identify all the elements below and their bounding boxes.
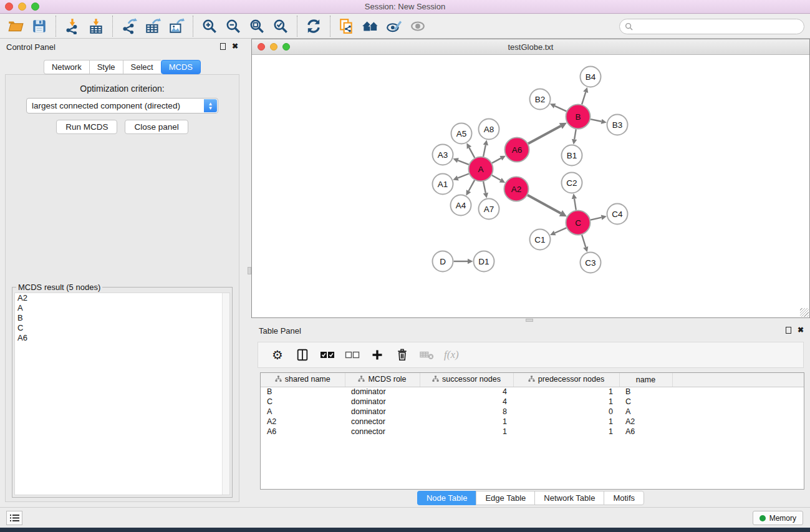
graph-node-C[interactable]: C xyxy=(566,211,591,235)
graph-node-A6[interactable]: A6 xyxy=(505,138,529,162)
float-panel-icon[interactable] xyxy=(220,43,226,50)
graph-node-A7[interactable]: A7 xyxy=(479,199,499,220)
graph-node-D[interactable]: D xyxy=(433,251,453,272)
table-row[interactable]: A6connector11A6 xyxy=(261,427,804,437)
network-graph[interactable]: B4B2BB3A8A5A6A3B1AC2A1A2A4A7C4CC1DD1C3 xyxy=(253,56,809,317)
float-panel-icon[interactable] xyxy=(786,327,791,334)
deselect-all-checkboxes-icon[interactable] xyxy=(344,347,360,363)
table-cell[interactable] xyxy=(672,417,804,427)
graph-edge-A6-B[interactable] xyxy=(528,126,561,143)
mcds-result-item[interactable]: A6 xyxy=(15,333,229,343)
splitter-handle[interactable] xyxy=(526,319,533,322)
graph-node-B[interactable]: B xyxy=(566,105,591,129)
graph-node-B3[interactable]: B3 xyxy=(607,115,628,135)
mcds-result-item[interactable]: A xyxy=(15,303,229,313)
table-row[interactable]: Bdominator41B xyxy=(261,387,804,397)
search-field[interactable] xyxy=(619,19,804,34)
graph-node-B4[interactable]: B4 xyxy=(581,67,601,87)
delete-column-icon[interactable] xyxy=(394,347,410,363)
graph-edge-A-A1[interactable] xyxy=(458,174,469,178)
network-window-titlebar[interactable]: testGlobe.txt xyxy=(252,39,809,55)
graph-edge-A-A7[interactable] xyxy=(483,181,486,193)
table-cell[interactable]: 4 xyxy=(420,397,513,407)
table-row[interactable]: Cdominator41C xyxy=(261,397,804,407)
table-cell[interactable]: dominator xyxy=(345,387,420,397)
table-cell[interactable]: 1 xyxy=(420,427,513,437)
table-cell[interactable]: A2 xyxy=(619,417,672,427)
graph-node-A5[interactable]: A5 xyxy=(451,123,472,144)
zoom-out-icon[interactable] xyxy=(221,16,245,37)
graph-node-A[interactable]: A xyxy=(469,157,493,181)
table-cell[interactable]: A xyxy=(619,407,672,417)
table-cell[interactable] xyxy=(672,427,804,437)
table-cell[interactable]: 1 xyxy=(513,397,619,407)
graph-node-A1[interactable]: A1 xyxy=(433,174,453,195)
export-table-icon[interactable] xyxy=(141,16,165,37)
table-cell[interactable]: A6 xyxy=(619,427,672,437)
column-header-predecessor-nodes[interactable]: predecessor nodes xyxy=(513,373,619,387)
close-panel-button[interactable]: Close panel xyxy=(125,120,188,134)
zoom-fit-icon[interactable] xyxy=(245,16,269,37)
select-all-checkboxes-icon[interactable] xyxy=(319,347,335,363)
tab-network-table[interactable]: Network Table xyxy=(534,491,604,505)
save-session-icon[interactable] xyxy=(27,16,51,37)
column-header-shared-name[interactable]: shared name xyxy=(261,373,345,387)
graph-edge-C-C2[interactable] xyxy=(574,199,576,210)
memory-button[interactable]: Memory xyxy=(753,511,803,525)
import-table-icon[interactable] xyxy=(84,16,108,37)
criterion-select[interactable]: largest connected component (directed) ▲… xyxy=(26,98,218,114)
graph-edge-A2-C[interactable] xyxy=(528,195,561,213)
graph-node-A3[interactable]: A3 xyxy=(433,145,453,165)
table-cell[interactable]: 1 xyxy=(420,417,513,427)
graph-edge-A-A4[interactable] xyxy=(469,180,475,191)
tab-style[interactable]: Style xyxy=(89,60,123,74)
list-scrollbar[interactable] xyxy=(222,293,229,495)
table-cell[interactable]: 1 xyxy=(513,417,619,427)
table-cell[interactable]: C xyxy=(619,397,672,407)
tab-network[interactable]: Network xyxy=(44,60,89,74)
run-mcds-button[interactable]: Run MCDS xyxy=(56,120,117,134)
column-header-name[interactable]: name xyxy=(619,373,672,387)
tab-motifs[interactable]: Motifs xyxy=(604,491,644,505)
resize-grip[interactable] xyxy=(800,308,809,317)
table-cell[interactable]: C xyxy=(261,397,345,407)
export-network-icon[interactable] xyxy=(117,16,141,37)
table-row[interactable]: Adominator80A xyxy=(261,407,804,417)
table-cell[interactable]: connector xyxy=(345,417,420,427)
graph-node-D1[interactable]: D1 xyxy=(474,251,494,272)
tab-mcds[interactable]: MCDS xyxy=(161,60,201,74)
graph-edge-A-A5[interactable] xyxy=(469,148,475,158)
zoom-selected-icon[interactable] xyxy=(269,16,292,37)
import-network-icon[interactable] xyxy=(60,16,84,37)
graph-node-B2[interactable]: B2 xyxy=(530,89,551,110)
table-settings-icon[interactable]: ⚙ xyxy=(269,347,286,363)
mcds-result-item[interactable]: B xyxy=(15,313,229,323)
network-from-file-icon[interactable] xyxy=(335,16,359,37)
mcds-result-item[interactable]: C xyxy=(15,323,229,333)
table-cell[interactable]: dominator xyxy=(345,397,420,407)
split-panel-icon[interactable] xyxy=(294,347,311,363)
home-icon[interactable] xyxy=(359,16,382,37)
table-cell[interactable] xyxy=(672,397,804,407)
table-cell[interactable] xyxy=(672,387,804,397)
mcds-result-list[interactable]: A2ABCA6 xyxy=(14,293,230,495)
add-column-icon[interactable] xyxy=(369,347,385,363)
graph-node-C3[interactable]: C3 xyxy=(581,253,601,273)
network-canvas[interactable]: B4B2BB3A8A5A6A3B1AC2A1A2A4A7C4CC1DD1C3 xyxy=(253,56,809,317)
zoom-in-icon[interactable] xyxy=(198,16,221,37)
graph-edge-C-C1[interactable] xyxy=(555,228,566,233)
table-cell[interactable]: 1 xyxy=(513,387,619,397)
graph-node-C4[interactable]: C4 xyxy=(607,204,628,225)
table-cell[interactable]: A6 xyxy=(261,427,345,437)
graph-node-A8[interactable]: A8 xyxy=(479,119,499,140)
table-cell[interactable]: 0 xyxy=(513,407,619,417)
graph-edge-A-A3[interactable] xyxy=(458,160,468,165)
graph-edge-C-C4[interactable] xyxy=(591,218,602,220)
export-image-icon[interactable] xyxy=(165,16,188,37)
graph-node-C1[interactable]: C1 xyxy=(530,230,551,250)
tab-select[interactable]: Select xyxy=(123,60,161,74)
tab-edge-table[interactable]: Edge Table xyxy=(476,491,534,505)
table-cell[interactable]: connector xyxy=(345,427,420,437)
column-header-mcds-role[interactable]: MCDS role xyxy=(345,373,420,387)
table-cell[interactable] xyxy=(672,407,804,417)
